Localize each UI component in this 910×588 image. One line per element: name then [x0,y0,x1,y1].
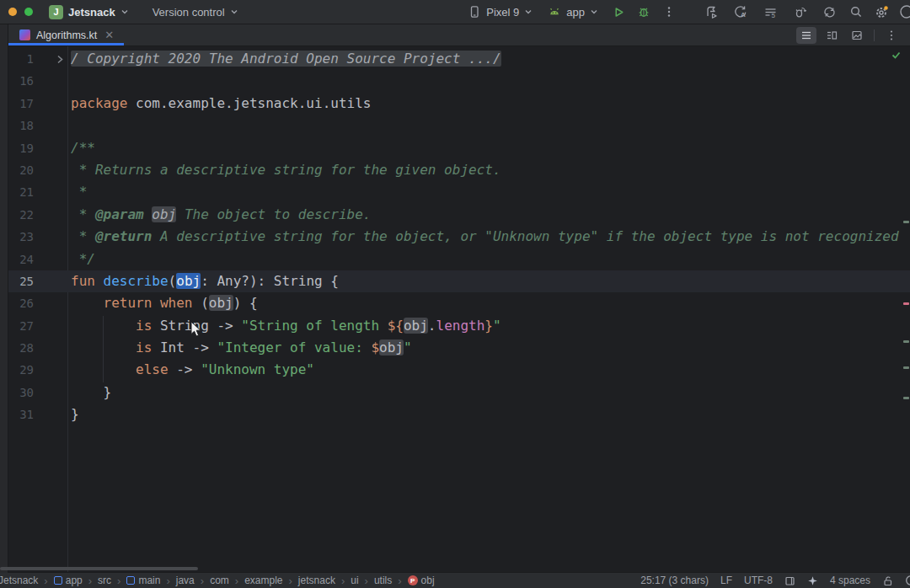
code-line[interactable]: 31} [0,404,910,425]
code-line[interactable]: 23 * @return A descriptive string for th… [0,226,910,248]
code-line[interactable]: 16 [0,70,910,92]
line-number[interactable]: 28 [8,337,34,359]
error-stripe-mark[interactable] [903,302,909,305]
project-widget[interactable]: J Jetsnack [43,3,135,22]
error-stripe-mark[interactable] [903,221,909,223]
split-view-button[interactable] [822,27,842,44]
line-number[interactable]: 26 [8,292,34,314]
line-number[interactable]: 27 [8,315,34,337]
editor-tab-algorithms[interactable]: Algorithms.kt ✕ [8,24,124,45]
breadcrumb-item[interactable]: main [126,575,160,586]
user-avatar[interactable] [896,2,910,22]
line-number[interactable]: 30 [8,382,34,404]
line-number[interactable]: 29 [8,359,34,381]
breadcrumb-item[interactable]: ui [351,575,358,586]
code-line[interactable]: 21 * [0,181,910,203]
settings-button[interactable] [870,2,892,22]
editor[interactable]: 1/ Copyright 2020 The Android Open Sourc… [0,46,910,573]
gradle-sync-button[interactable] [818,2,840,22]
code-line[interactable]: 17package com.example.jetsnack.ui.utils [0,93,910,115]
code-line[interactable]: 29 else -> "Unknown type" [0,359,910,381]
window-controls [0,8,43,16]
window-zoom-button[interactable] [24,8,33,16]
reader-mode-button[interactable] [784,575,795,586]
more-options-button[interactable] [658,2,680,22]
run-button[interactable] [608,2,629,22]
ai-assistant-button[interactable] [807,575,818,586]
breadcrumb-item[interactable]: jetsnack [298,575,335,586]
status-progress[interactable] [905,575,910,586]
breadcrumb-item[interactable]: src [98,575,111,586]
caret-position-widget[interactable]: 25:17 (3 chars) [640,575,709,586]
design-view-button[interactable] [847,27,867,44]
code-line[interactable]: 30 } [0,382,910,404]
code-line[interactable]: 18 [0,115,910,136]
device-selector[interactable]: Pixel 9 [462,3,538,21]
readonly-toggle[interactable] [882,575,893,586]
breadcrumb-label: main [138,575,160,586]
line-number[interactable]: 18 [8,115,34,136]
line-number[interactable]: 25 [8,270,34,292]
breadcrumb-item[interactable]: app [54,575,83,586]
fold-slot [34,292,71,314]
line-number[interactable]: 17 [8,93,34,115]
code-line[interactable]: 20 * Returns a descriptive string for th… [0,159,910,181]
profile-app-button[interactable] [700,2,722,22]
line-number[interactable]: 23 [8,226,34,248]
editor-options-button[interactable] [881,27,902,44]
code-line[interactable]: 19/** [0,137,910,159]
breadcrumb-item[interactable]: com [210,575,229,586]
code-line[interactable]: 24 */ [0,249,910,270]
search-everywhere-button[interactable] [845,2,867,22]
code-text: / Copyright 2020 The Android Open Source… [71,48,501,70]
line-number[interactable]: 16 [8,70,34,92]
line-number[interactable]: 22 [8,204,34,226]
error-stripe-mark[interactable] [903,340,909,343]
error-stripe-mark[interactable] [903,366,909,369]
breadcrumbs: Jetsnack›app›src›main›java›com›example›j… [0,575,435,586]
run-config-selector[interactable]: app [542,3,604,21]
code-text: * [71,181,87,203]
apply-changes-button[interactable]: A [730,2,752,22]
breadcrumb-item[interactable]: java [176,575,195,586]
breadcrumb-label: example [244,575,282,586]
close-tab-icon[interactable]: ✕ [103,28,115,42]
inspections-status-icon[interactable] [891,49,902,64]
breadcrumb-item[interactable]: example [244,575,282,586]
analysis-stripe[interactable] [903,46,910,573]
logcat-button[interactable]: 5 [759,2,781,22]
logcat-icon: 5 [763,5,778,19]
line-number[interactable]: 24 [8,249,34,270]
encoding-widget[interactable]: UTF-8 [744,575,773,586]
user-avatar-icon [899,4,910,19]
project-name: Jetsnack [68,6,115,19]
debug-button[interactable] [633,2,655,22]
breadcrumb-item[interactable]: Pobj [408,575,435,586]
code-line[interactable]: 25fun describe(obj: Any?): String { [0,270,910,292]
breadcrumb-separator: › [398,575,401,586]
vcs-widget[interactable]: Version control [135,3,244,21]
profile-app-icon [704,5,719,19]
code-line[interactable]: 26 return when (obj) { [0,292,910,314]
fold-chevron-icon[interactable] [34,48,71,70]
code-text: */ [71,249,95,270]
horizontal-scrollbar-thumb[interactable] [0,567,198,570]
line-separator-widget[interactable]: LF [720,575,732,586]
code-view-button[interactable] [796,27,816,44]
code-line[interactable]: 22 * @param obj The object to describe. [0,204,910,226]
line-number[interactable]: 1 [8,48,34,70]
window-minimize-button[interactable] [8,8,17,16]
attach-debugger-button[interactable] [789,2,811,22]
line-number[interactable]: 20 [8,159,34,181]
line-number[interactable]: 21 [8,181,34,203]
code-line[interactable]: 28 is Int -> "Integer of value: $obj" [0,337,910,359]
line-number[interactable]: 19 [8,137,34,159]
code-line[interactable]: 27 is String -> "String of length ${obj.… [0,315,910,337]
breadcrumb-item[interactable]: Jetsnack [0,575,38,586]
fold-slot [34,226,71,248]
code-line[interactable]: 1/ Copyright 2020 The Android Open Sourc… [0,48,910,70]
indent-widget[interactable]: 4 spaces [830,575,870,586]
error-stripe-mark[interactable] [903,397,909,399]
breadcrumb-item[interactable]: utils [374,575,392,586]
line-number[interactable]: 31 [8,404,34,425]
